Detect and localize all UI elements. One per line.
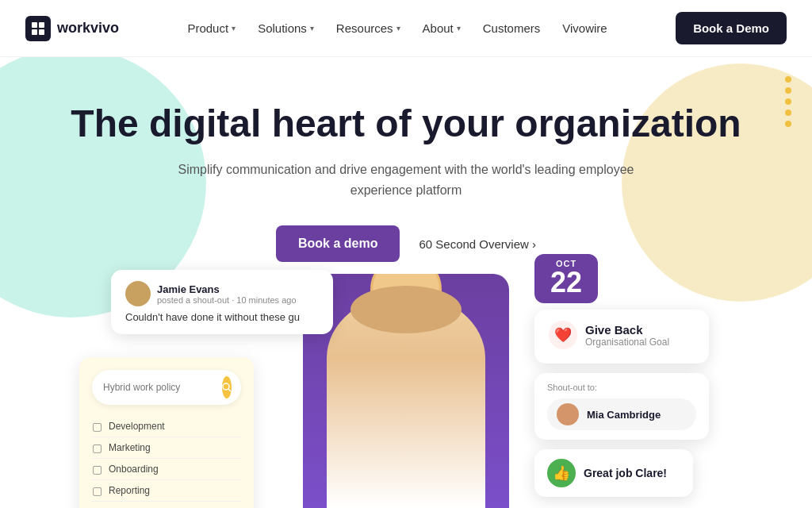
right-cards-group: OCT 22 ❤️ Give Back Organisational Goal … [534, 254, 709, 497]
search-list: ▢Development ▢Marketing ▢Onboarding ▢Rep… [92, 416, 241, 508]
nav-book-demo-button[interactable]: Book a Demo [676, 12, 787, 44]
nav-resources[interactable]: Resources ▾ [336, 21, 400, 35]
goal-header: ❤️ Give Back Organisational Goal [549, 321, 695, 349]
goal-info: Give Back Organisational Goal [585, 323, 669, 348]
search-icon-button[interactable] [222, 376, 232, 398]
nav-solutions[interactable]: Solutions ▾ [258, 21, 314, 35]
list-item[interactable]: ▢Reporting [92, 480, 241, 502]
goal-card: ❤️ Give Back Organisational Goal [534, 310, 709, 364]
shoutout-text: Couldn't have done it without these gu [125, 311, 319, 323]
shoutout-to-card: Shout-out to: Mia Cambridge [534, 373, 709, 440]
nav-product[interactable]: Product ▾ [187, 21, 236, 35]
avatar-jamie [125, 281, 151, 306]
svg-line-5 [228, 389, 231, 391]
nav-customers[interactable]: Customers [483, 21, 541, 35]
folder-icon: ▢ [92, 463, 102, 475]
logo-icon [25, 16, 51, 41]
mia-name: Mia Cambridge [587, 409, 661, 421]
great-job-card: 👍 Great job Clare! [534, 449, 693, 497]
goal-title: Give Back [585, 323, 669, 337]
svg-rect-1 [39, 22, 44, 28]
svg-rect-2 [32, 29, 37, 35]
heart-icon: ❤️ [549, 321, 577, 349]
shoutout-person: Mia Cambridge [547, 398, 696, 430]
shoutout-action: posted a shout-out · 10 minutes ago [157, 295, 297, 305]
list-item[interactable]: ▢Development [92, 416, 241, 437]
folder-icon: ▢ [92, 441, 102, 454]
shoutout-to-label: Shout-out to: [547, 383, 696, 392]
avatar-mia [557, 403, 579, 425]
search-knowledge-card: ▢Development ▢Marketing ▢Onboarding ▢Rep… [79, 357, 254, 508]
folder-icon: ▢ [92, 420, 102, 433]
svg-point-4 [223, 383, 229, 390]
navbar: workvivo Product ▾ Solutions ▾ Resources… [0, 0, 812, 57]
folder-icon: ▢ [92, 484, 102, 497]
person-image [303, 274, 509, 508]
list-item[interactable]: ▢Onboarding [92, 459, 241, 480]
shoutout-user: Jamie Evans posted a shout-out · 10 minu… [125, 281, 319, 306]
hero-subtext: Simplify communication and drive engagem… [160, 160, 652, 200]
goal-subtitle: Organisational Goal [585, 337, 669, 348]
svg-rect-3 [39, 29, 44, 35]
hero-section: The digital heart of your organization S… [0, 57, 812, 262]
calendar-day: 22 [534, 268, 598, 297]
nav-links: Product ▾ Solutions ▾ Resources ▾ About … [187, 21, 607, 35]
svg-rect-0 [32, 22, 37, 28]
search-bar[interactable] [92, 370, 241, 405]
hero-overview-link[interactable]: 60 Second Overview › [419, 237, 536, 251]
nav-vivowire[interactable]: Vivowire [562, 21, 607, 35]
cards-area: Jamie Evans posted a shout-out · 10 minu… [0, 254, 812, 508]
search-input[interactable] [103, 382, 222, 393]
great-job-text: Great job Clare! [584, 467, 667, 479]
logo[interactable]: workvivo [25, 16, 119, 41]
thumbs-up-icon: 👍 [547, 459, 576, 487]
list-item[interactable]: ▢Marketing [92, 437, 241, 459]
shoutout-user-name: Jamie Evans [157, 283, 297, 295]
shoutout-post-card: Jamie Evans posted a shout-out · 10 minu… [111, 270, 333, 334]
list-item[interactable]: ▢Sales Deck [92, 502, 241, 508]
hero-headline: The digital heart of your organization [25, 102, 787, 145]
shoutout-user-info: Jamie Evans posted a shout-out · 10 minu… [157, 283, 297, 305]
nav-about[interactable]: About ▾ [423, 21, 461, 35]
calendar-badge: OCT 22 [534, 254, 598, 303]
